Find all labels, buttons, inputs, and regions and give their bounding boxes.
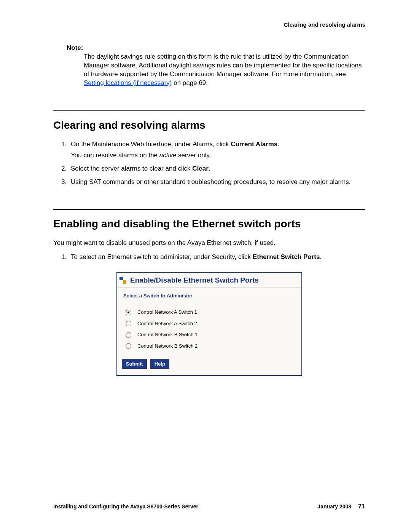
radio-icon <box>126 321 131 326</box>
dialog-icon <box>119 277 126 284</box>
clear-label: Clear <box>192 165 209 172</box>
text: server only. <box>176 152 211 159</box>
ethernet-intro: You might want to disable unused ports o… <box>53 239 365 248</box>
list-item: To select an Ethernet switch to administ… <box>68 253 365 262</box>
dialog-button-row: Submit Help <box>117 359 301 375</box>
radio-option-b2[interactable]: Control Network B Switch 2 <box>126 340 301 352</box>
radio-icon <box>126 343 131 349</box>
help-button[interactable]: Help <box>150 359 169 369</box>
page-number: 71 <box>358 502 365 511</box>
document-page: Clearing and resolving alarms Note: The … <box>0 0 411 532</box>
dialog-subtitle: Select a Switch to Administer <box>117 288 301 307</box>
radio-option-b1[interactable]: Control Network B Switch 1 <box>126 329 301 340</box>
note-text-post: on page 69. <box>172 79 208 86</box>
clearing-alarms-heading: Clearing and resolving alarms <box>53 118 365 133</box>
footer-right: January 2008 71 <box>317 502 365 511</box>
radio-icon <box>126 332 131 338</box>
figure-container: Enable/Disable Ethernet Switch Ports Sel… <box>53 272 365 376</box>
submit-button[interactable]: Submit <box>122 359 147 369</box>
note-body: The daylight savings rule setting on thi… <box>84 53 365 88</box>
radio-label: Control Network B Switch 1 <box>137 331 198 338</box>
step-subtext: You can resolve alarms on the active ser… <box>71 151 365 160</box>
step-text: . <box>320 253 322 260</box>
section-divider <box>53 110 365 111</box>
ethernet-heading: Enabling and disabling the Ethernet swit… <box>53 217 365 231</box>
ethernet-switch-ports-label: Ethernet Switch Ports <box>253 253 320 260</box>
radio-label: Control Network A Switch 2 <box>137 320 197 327</box>
step-text: Using SAT commands or other standard tro… <box>71 178 350 185</box>
dialog-title-row: Enable/Disable Ethernet Switch Ports <box>117 273 301 288</box>
note-text-pre: The daylight savings rule setting on thi… <box>84 53 362 78</box>
radio-label: Control Network A Switch 1 <box>137 309 197 316</box>
radio-option-a2[interactable]: Control Network A Switch 2 <box>126 318 301 329</box>
step-text: Select the server alarms to clear and cl… <box>71 165 192 172</box>
setting-locations-link[interactable]: Setting locations (if necessary) <box>84 79 172 86</box>
active-emphasis: active <box>159 152 176 159</box>
footer-doc-title: Installing and Configuring the Avaya S87… <box>53 503 198 510</box>
ethernet-switch-dialog: Enable/Disable Ethernet Switch Ports Sel… <box>116 272 302 376</box>
switch-radio-group: Control Network A Switch 1 Control Netwo… <box>117 307 301 358</box>
step-text: . <box>277 141 279 148</box>
list-item: On the Maintenance Web Interface, under … <box>68 140 365 160</box>
section-divider <box>53 209 365 210</box>
step-text: . <box>209 165 210 172</box>
note-label: Note: <box>67 44 365 53</box>
radio-icon <box>126 310 131 315</box>
list-item: Using SAT commands or other standard tro… <box>68 178 365 187</box>
running-header: Clearing and resolving alarms <box>53 21 365 29</box>
ethernet-steps: To select an Ethernet switch to administ… <box>61 253 365 262</box>
step-text: To select an Ethernet switch to administ… <box>71 253 253 260</box>
footer-date: January 2008 <box>317 503 351 510</box>
list-item: Select the server alarms to clear and cl… <box>68 165 365 173</box>
radio-label: Control Network B Switch 2 <box>137 343 198 350</box>
radio-option-a1[interactable]: Control Network A Switch 1 <box>126 307 301 318</box>
current-alarms-label: Current Alarms <box>231 141 277 148</box>
page-footer: Installing and Configuring the Avaya S87… <box>53 502 365 511</box>
text: You can resolve alarms on the <box>71 152 159 159</box>
note-block: Note: The daylight savings rule setting … <box>53 44 365 88</box>
step-text: On the Maintenance Web Interface, under … <box>71 141 231 148</box>
dialog-title: Enable/Disable Ethernet Switch Ports <box>130 275 259 285</box>
clearing-steps: On the Maintenance Web Interface, under … <box>61 140 365 187</box>
